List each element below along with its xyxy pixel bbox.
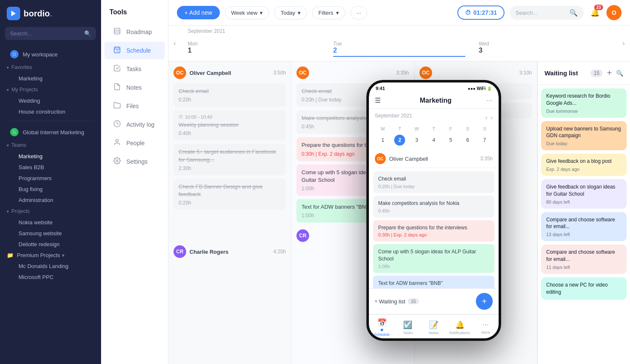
phone-nav-notes-icon: 📝 — [429, 320, 438, 329]
phone-task[interactable]: Check email 0:20h | Due today — [373, 171, 494, 193]
phone-date[interactable]: 1 — [377, 135, 388, 146]
task-card[interactable]: Create 5+ target audiences in Facebook f… — [174, 144, 286, 175]
phone-fab-button[interactable]: + — [476, 293, 493, 310]
phone-date[interactable]: 6 — [462, 135, 473, 146]
phone-nav-more[interactable]: ··· More — [472, 320, 499, 335]
phone-date[interactable]: 5 — [445, 135, 456, 146]
notifications-button[interactable]: 🔔 23 — [589, 6, 601, 19]
phone-nav-notes[interactable]: 📝 Notes — [421, 320, 447, 335]
phone-task[interactable]: Make competitors analysis for Nokia 0:45… — [373, 196, 494, 218]
week-view-chevron-icon: ▾ — [260, 10, 263, 16]
sidebar-item-wedding[interactable]: Wedding — [7, 96, 98, 106]
add-new-button[interactable]: + Add new — [177, 6, 220, 19]
task-card[interactable]: Check email 0:20h — [174, 83, 286, 107]
waiting-card[interactable]: Compare and choose software for email...… — [541, 212, 627, 242]
waiting-list-count: 15 — [590, 69, 603, 77]
phone-task[interactable]: Text for ADW banners "BNB" 1:00h — [373, 276, 494, 288]
waiting-card[interactable]: Compare and choose software for email...… — [541, 244, 627, 274]
sidebar-search-input[interactable] — [10, 30, 83, 37]
filters-button[interactable]: Filters ▾ — [312, 6, 345, 19]
waiting-search-button[interactable]: 🔍 — [616, 70, 623, 77]
sidebar-group-projects[interactable]: ▾ Projects — [0, 206, 101, 217]
phone-waiting-label: Waiting list — [379, 298, 405, 305]
tools-item-notes[interactable]: Notes — [104, 79, 165, 96]
phone-task-title: Make competitors analysis for Nokia — [378, 200, 489, 207]
person-time-col3: 3:10h — [519, 70, 532, 76]
sidebar-item-marketing-fav[interactable]: Marketing — [7, 73, 98, 84]
phone-date[interactable]: 4 — [428, 135, 439, 146]
phone-nav-tasks[interactable]: ☑️ Tasks — [395, 320, 421, 335]
today-chevron-icon: ▾ — [298, 10, 301, 16]
sidebar-item-microsoft[interactable]: Microsoft PPC — [7, 272, 98, 282]
org-label: Global Internet Marketing — [23, 129, 84, 136]
phone-person-time: 3:35h — [480, 156, 493, 162]
tools-item-tasks[interactable]: Tasks — [104, 60, 165, 78]
waiting-card[interactable]: Give feedback on a blog post Exp. 2 days… — [541, 154, 627, 176]
phone-status-bar: 9:41 ●●●WiFi🔋 — [369, 82, 499, 93]
sidebar-item-sales[interactable]: Sales B2B — [7, 162, 98, 173]
projects-label: Projects — [11, 208, 29, 214]
header-search-input[interactable] — [515, 10, 566, 16]
sidebar-item-samsung[interactable]: Samsung website — [7, 228, 98, 239]
phone-nav-notifications[interactable]: 🔔 Notifications — [447, 320, 473, 335]
projects-group: Nokia website Samsung website Deliotte r… — [0, 217, 101, 250]
waiting-card-sub: 11 days left — [546, 265, 622, 270]
week-view-button[interactable]: Week view ▾ — [225, 6, 270, 19]
phone-more-icon[interactable]: ··· — [486, 96, 493, 105]
sidebar-group-myprojects[interactable]: ▾ My Projects — [0, 84, 101, 95]
waiting-add-button[interactable]: + — [606, 67, 613, 79]
sidebar-item-administration[interactable]: Administration — [7, 195, 98, 205]
person-name-col1: Oliver Campbell — [190, 70, 231, 76]
waiting-card-sub: Due tommorow — [546, 109, 622, 114]
people-icon — [113, 138, 121, 148]
more-button[interactable]: ··· — [350, 6, 368, 19]
tools-item-settings[interactable]: Settings — [104, 153, 165, 170]
waiting-card[interactable]: Choose a new PC for video editing — [541, 277, 627, 300]
sidebar-item-workspace[interactable]: O My workspace — [3, 47, 98, 61]
phone-nav-schedule[interactable]: 📅 Schedule — [369, 318, 395, 337]
timer-button[interactable]: ⏱ 01:27:31 — [457, 5, 505, 20]
tools-item-roadmap[interactable]: Roadmap — [104, 23, 165, 41]
task-card[interactable]: ⏱ 10:00 - 10:40 Weekly planning session … — [174, 110, 286, 141]
sidebar-item-global-org[interactable]: G Global Internet Marketing — [3, 125, 98, 139]
header-search-box[interactable]: 🔍 — [510, 6, 584, 20]
user-avatar-button[interactable]: O — [606, 5, 622, 20]
task-card[interactable]: Check FB Banner Design and give feedback… — [174, 179, 286, 210]
phone-task[interactable]: Come up with 5 slogan ideas for ALP Guit… — [373, 244, 494, 273]
tools-item-activitylog[interactable]: Activity log — [104, 116, 165, 133]
phone-date[interactable]: 7 — [479, 135, 490, 146]
sidebar-item-mcdonalds[interactable]: Mc Donalds Landing — [7, 261, 98, 271]
sidebar-group-favorites[interactable]: ▾ Favorites — [0, 62, 101, 73]
sidebar-item-marketing-team[interactable]: Marketing — [7, 151, 98, 162]
waiting-card[interactable]: Give feedback on slogan ideas for Guitar… — [541, 179, 627, 209]
phone-menu-icon[interactable]: ☰ — [375, 96, 381, 104]
roadmap-label: Roadmap — [126, 29, 152, 35]
sidebar-item-house[interactable]: House construction — [7, 106, 98, 117]
sidebar-group-teams[interactable]: ▾ Teams — [0, 140, 101, 151]
tools-item-files[interactable]: Files — [104, 97, 165, 115]
phone-nav-more-icon: ··· — [483, 320, 489, 329]
phone-next-arrow[interactable]: › — [491, 114, 493, 121]
sidebar-item-programmers[interactable]: Programmers — [7, 173, 98, 183]
tasks-icon — [113, 64, 121, 74]
waiting-card[interactable]: Upload new banners to Samsung GDN campai… — [541, 121, 627, 151]
tools-item-schedule[interactable]: 31 Schedule — [104, 42, 165, 59]
waiting-list: Waiting list 15 + 🔍 Keyword research for… — [537, 61, 630, 364]
phone-prev-arrow[interactable]: ‹ — [486, 114, 488, 121]
today-button[interactable]: Today ▾ — [274, 6, 307, 19]
sidebar-item-deliotte[interactable]: Deliotte redesign — [7, 239, 98, 250]
phone-bottom-nav: 📅 Schedule ☑️ Tasks 📝 Notes 🔔 Notificati… — [369, 314, 499, 338]
sidebar-item-nokia[interactable]: Nokia website — [7, 217, 98, 228]
next-arrow[interactable]: › — [621, 38, 626, 49]
sidebar-item-premium[interactable]: 📁 Premium Projects ▾ — [0, 250, 101, 260]
phone-date[interactable]: 3 — [411, 135, 422, 146]
waiting-card[interactable]: Keyword research for Bordio Google Ads..… — [541, 88, 627, 118]
sidebar-item-bugfixing[interactable]: Bug fixing — [7, 184, 98, 194]
sidebar-search-box[interactable]: 🔍 — [5, 27, 96, 40]
tools-item-people[interactable]: People — [104, 134, 165, 152]
waiting-list-title: Waiting list — [545, 69, 587, 77]
phone-task[interactable]: Prepare the questions for the interviews… — [373, 220, 494, 242]
prev-arrow[interactable]: ‹ — [172, 38, 177, 49]
phone-date-today[interactable]: 2 — [394, 135, 405, 146]
phone-person-row: OC Oliver Campbell 3:35h — [369, 150, 499, 168]
